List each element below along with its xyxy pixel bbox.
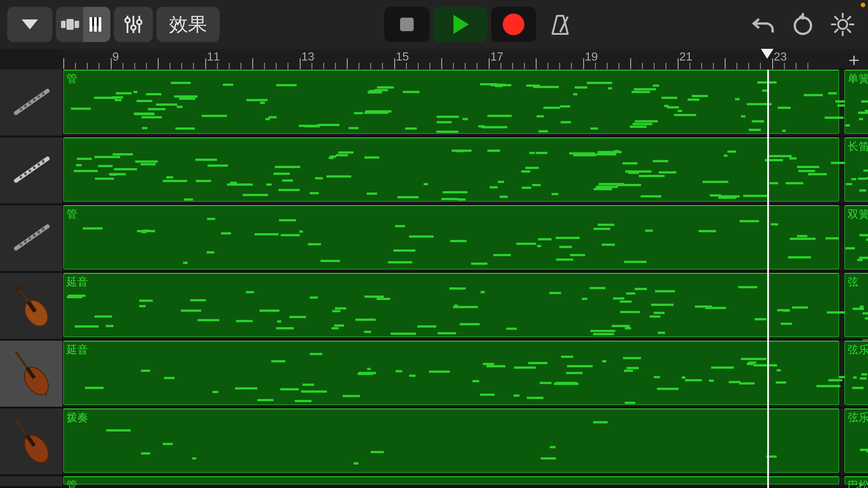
ruler-bar-number: 9 <box>113 50 119 64</box>
ruler-bar-number: 13 <box>302 50 315 64</box>
loop-button[interactable] <box>785 7 821 42</box>
fx-button[interactable]: 效果 <box>156 7 220 42</box>
track-lane[interactable]: 拨奏弦乐 <box>63 408 868 474</box>
svg-point-20 <box>838 20 847 29</box>
svg-rect-15 <box>400 18 414 31</box>
svg-rect-3 <box>75 21 79 28</box>
track-row: 拨奏弦乐 <box>0 408 868 476</box>
midi-region-next[interactable]: 弦乐 <box>844 408 868 473</box>
tracks-area: 管单簧长笛管双簧延音弦延音弦乐拨奏弦乐管巴松 <box>0 70 868 488</box>
track-lane[interactable]: 管单簧 <box>63 70 868 136</box>
region-label: 延音 <box>66 343 88 357</box>
midi-region-next[interactable]: 弦乐 <box>844 341 868 405</box>
midi-region[interactable]: 延音 <box>63 341 839 405</box>
track-header-partial[interactable] <box>0 476 63 486</box>
track-header-clarinet[interactable] <box>0 70 63 136</box>
track-header-oboe[interactable] <box>0 205 63 271</box>
region-label: 管 <box>66 207 77 221</box>
play-button[interactable] <box>433 7 487 42</box>
stop-button[interactable] <box>384 7 429 42</box>
midi-region-next[interactable]: 单簧 <box>844 70 868 134</box>
track-row: 延音弦 <box>0 273 868 341</box>
svg-rect-36 <box>13 156 50 183</box>
svg-line-28 <box>835 29 838 32</box>
svg-line-26 <box>848 29 850 32</box>
ruler-bar-number: 23 <box>774 50 787 64</box>
midi-region-next[interactable]: 巴松 <box>844 476 868 484</box>
region-label: 弦乐 <box>848 410 868 425</box>
track-header-flute[interactable] <box>0 137 63 203</box>
ruler-bar-number: 17 <box>491 50 504 64</box>
track-lane[interactable]: 长笛 <box>63 137 868 203</box>
playhead-handle[interactable] <box>761 49 774 59</box>
track-header-cello-sustain[interactable] <box>0 341 63 407</box>
svg-point-19 <box>795 18 811 34</box>
fx-label: 效果 <box>165 12 212 37</box>
track-lane[interactable]: 延音弦 <box>63 273 868 339</box>
svg-marker-0 <box>22 19 38 29</box>
track-row: 管巴松 <box>0 476 868 488</box>
toolbar: 效果 <box>0 0 868 49</box>
view-tracks-button[interactable] <box>83 7 110 42</box>
ruler-bar-number: 11 <box>207 50 220 64</box>
svg-rect-7 <box>92 17 94 26</box>
undo-button[interactable] <box>745 7 781 42</box>
status-dot <box>861 3 865 7</box>
midi-region[interactable]: 拨奏 <box>63 408 839 473</box>
timeline-ruler[interactable]: ＋ 911131517192123 <box>63 49 868 70</box>
ruler-bar-number: 15 <box>396 50 409 64</box>
track-lane[interactable]: 管双簧 <box>63 205 868 271</box>
region-label: 双簧 <box>848 207 868 221</box>
ruler-bar-number: 19 <box>585 50 598 64</box>
svg-line-25 <box>835 17 838 19</box>
record-button[interactable] <box>491 7 536 42</box>
settings-button[interactable] <box>825 7 861 42</box>
svg-rect-5 <box>94 17 97 32</box>
metronome-button[interactable] <box>540 7 580 42</box>
svg-point-10 <box>125 18 130 23</box>
view-browser-button[interactable] <box>56 7 83 42</box>
svg-line-27 <box>848 17 850 19</box>
svg-rect-8 <box>97 17 99 26</box>
midi-region[interactable]: 延音 <box>63 273 839 337</box>
midi-region-next[interactable]: 双簧 <box>844 205 868 269</box>
add-track-button[interactable]: ＋ <box>844 49 864 70</box>
my-songs-button[interactable] <box>7 7 52 42</box>
track-lane[interactable]: 延音弦乐 <box>63 341 868 407</box>
midi-region[interactable]: 管 <box>63 476 839 484</box>
midi-region[interactable]: 管 <box>63 205 839 269</box>
svg-rect-6 <box>99 17 101 32</box>
midi-region-next[interactable]: 弦 <box>844 273 868 337</box>
midi-region[interactable] <box>63 137 839 202</box>
region-label: 弦 <box>848 275 859 289</box>
region-label: 管 <box>66 478 77 488</box>
region-label: 弦乐 <box>848 343 868 357</box>
track-row: 长笛 <box>0 137 868 205</box>
track-row: 管单簧 <box>0 70 868 137</box>
svg-rect-2 <box>66 19 74 30</box>
svg-point-12 <box>131 25 136 30</box>
mixer-button[interactable] <box>114 7 153 42</box>
track-header-cello-pizz[interactable] <box>0 408 63 474</box>
svg-rect-4 <box>90 17 92 32</box>
midi-region[interactable]: 管 <box>63 70 839 134</box>
region-label: 单簧 <box>848 71 868 86</box>
region-label: 长笛 <box>848 139 868 154</box>
midi-region-next[interactable]: 长笛 <box>844 137 868 202</box>
svg-point-17 <box>503 14 524 35</box>
region-label: 管 <box>66 71 77 86</box>
region-label: 巴松 <box>848 478 868 488</box>
track-header-violin-sustain[interactable] <box>0 273 63 339</box>
svg-rect-29 <box>13 88 50 116</box>
ruler-bar-number: 21 <box>679 50 693 64</box>
svg-marker-16 <box>453 15 469 34</box>
view-mode-group <box>56 7 110 42</box>
svg-point-14 <box>137 20 142 24</box>
region-label: 延音 <box>66 275 88 289</box>
track-row: 管双簧 <box>0 205 868 273</box>
svg-rect-43 <box>13 224 50 251</box>
region-label: 拨奏 <box>66 410 88 425</box>
track-row: 延音弦乐 <box>0 341 868 408</box>
svg-rect-1 <box>61 21 66 28</box>
track-lane[interactable]: 管巴松 <box>63 476 868 486</box>
